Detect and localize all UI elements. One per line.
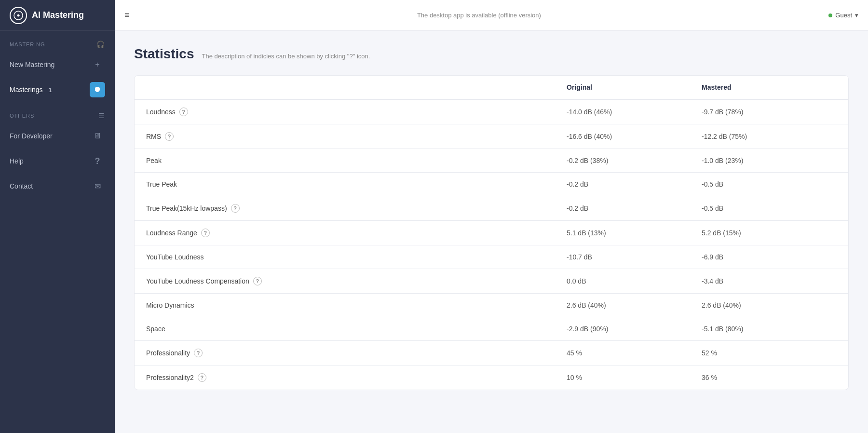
stats-rows-container: Loudness?-14.0 dB (46%)-9.7 dB (78%)RMS?… xyxy=(135,100,848,390)
dropdown-icon: ▾ xyxy=(855,12,858,19)
col-label-header xyxy=(146,83,567,91)
masterings-badge: 1 xyxy=(48,86,52,94)
mastering-section-icon[interactable]: 🎧 xyxy=(96,41,105,48)
table-row: True Peak-0.2 dB-0.5 dB xyxy=(135,173,848,196)
sidebar: AI Mastering MASTERING 🎧 New Mastering +… xyxy=(0,0,115,433)
stats-row-label: Loudness Range? xyxy=(146,229,567,237)
stats-original-value: 45 % xyxy=(567,349,702,357)
stats-original-value: 10 % xyxy=(567,374,702,381)
stats-row-label: Space xyxy=(146,325,567,333)
help-label: Help xyxy=(10,157,24,165)
guest-label: Guest xyxy=(835,12,852,19)
sidebar-item-masterings[interactable]: Masterings 1 xyxy=(0,77,115,102)
stats-original-value: -0.2 dB (38%) xyxy=(567,157,702,164)
content-area: Statistics The description of indicies c… xyxy=(115,31,868,433)
masterings-icon xyxy=(90,82,105,97)
table-row: Micro Dynamics2.6 dB (40%)2.6 dB (40%) xyxy=(135,294,848,317)
sidebar-item-new-mastering[interactable]: New Mastering + xyxy=(0,52,115,77)
masterings-label: Masterings xyxy=(10,86,42,94)
main-area: ≡ The desktop app is available (offline … xyxy=(115,0,868,433)
page-title: Statistics xyxy=(134,46,194,62)
stats-mastered-value: 36 % xyxy=(702,374,837,381)
stats-mastered-value: -0.5 dB xyxy=(702,180,837,188)
stats-row-label: Professionality2? xyxy=(146,373,567,382)
online-indicator xyxy=(828,14,832,17)
table-row: Loudness Range?5.1 dB (13%)5.2 dB (15%) xyxy=(135,221,848,245)
stats-mastered-value: 52 % xyxy=(702,349,837,357)
table-row: True Peak(15kHz lowpass)?-0.2 dB-0.5 dB xyxy=(135,196,848,221)
col-mastered-header: Mastered xyxy=(702,83,837,91)
stats-mastered-value: -12.2 dB (75%) xyxy=(702,133,837,140)
table-row: YouTube Loudness Compensation?0.0 dB-3.4… xyxy=(135,269,848,294)
stats-row-label: YouTube Loudness xyxy=(146,253,567,261)
stats-mastered-value: -3.4 dB xyxy=(702,277,837,285)
help-icon[interactable]: ? xyxy=(165,132,174,141)
stats-mastered-value: -1.0 dB (23%) xyxy=(702,157,837,164)
help-icon[interactable]: ? xyxy=(201,229,210,237)
stats-original-value: -0.2 dB xyxy=(567,180,702,188)
svg-point-1 xyxy=(95,89,97,91)
stats-table-header: Original Mastered xyxy=(135,76,848,100)
help-icon[interactable]: ? xyxy=(179,108,188,116)
sidebar-item-help[interactable]: Help ? xyxy=(0,149,115,174)
help-icon-sidebar: ? xyxy=(90,153,105,169)
stats-mastered-value: -5.1 dB (80%) xyxy=(702,325,837,333)
stats-row-label: True Peak xyxy=(146,180,567,188)
for-developer-icon: 🖥 xyxy=(90,128,105,144)
stats-row-label: Loudness? xyxy=(146,108,567,116)
stats-mastered-value: 2.6 dB (40%) xyxy=(702,301,837,309)
new-mastering-label: New Mastering xyxy=(10,61,54,68)
stats-original-value: -10.7 dB xyxy=(567,253,702,261)
help-icon[interactable]: ? xyxy=(231,204,240,213)
mastering-section-label: MASTERING 🎧 xyxy=(0,31,115,52)
logo-text: AI Mastering xyxy=(32,10,84,20)
stats-original-value: -16.6 dB (40%) xyxy=(567,133,702,140)
page-header: Statistics The description of indicies c… xyxy=(134,46,849,62)
stats-row-label: RMS? xyxy=(146,132,567,141)
stats-table: Original Mastered Loudness?-14.0 dB (46%… xyxy=(134,75,849,390)
stats-mastered-value: -6.9 dB xyxy=(702,253,837,261)
svg-point-2 xyxy=(98,89,100,91)
stats-row-label: YouTube Loudness Compensation? xyxy=(146,277,567,285)
logo-icon xyxy=(10,7,27,24)
topbar: ≡ The desktop app is available (offline … xyxy=(115,0,868,31)
contact-icon: ✉ xyxy=(90,178,105,194)
stats-row-label: Micro Dynamics xyxy=(146,301,567,309)
table-row: Loudness?-14.0 dB (46%)-9.7 dB (78%) xyxy=(135,100,848,124)
stats-mastered-value: -9.7 dB (78%) xyxy=(702,108,837,116)
topbar-user-menu[interactable]: Guest ▾ xyxy=(828,12,858,19)
contact-label: Contact xyxy=(10,182,33,190)
table-row: Professionality?45 %52 % xyxy=(135,341,848,365)
page-subtitle: The description of indicies can be shown… xyxy=(202,53,370,60)
stats-row-label: Professionality? xyxy=(146,349,567,357)
for-developer-label: For Developer xyxy=(10,132,53,140)
others-section-icon[interactable]: ☰ xyxy=(98,112,105,120)
stats-mastered-value: -0.5 dB xyxy=(702,204,837,212)
help-icon[interactable]: ? xyxy=(198,373,206,382)
table-row: Space-2.9 dB (90%)-5.1 dB (80%) xyxy=(135,317,848,341)
table-row: Professionality2?10 %36 % xyxy=(135,365,848,390)
sidebar-item-for-developer[interactable]: For Developer 🖥 xyxy=(0,123,115,149)
stats-original-value: 2.6 dB (40%) xyxy=(567,301,702,309)
stats-mastered-value: 5.2 dB (15%) xyxy=(702,229,837,237)
stats-original-value: 5.1 dB (13%) xyxy=(567,229,702,237)
table-row: YouTube Loudness-10.7 dB-6.9 dB xyxy=(135,245,848,269)
table-row: RMS?-16.6 dB (40%)-12.2 dB (75%) xyxy=(135,124,848,149)
stats-original-value: -2.9 dB (90%) xyxy=(567,325,702,333)
sidebar-item-contact[interactable]: Contact ✉ xyxy=(0,174,115,199)
stats-row-label: True Peak(15kHz lowpass)? xyxy=(146,204,567,213)
stats-original-value: 0.0 dB xyxy=(567,277,702,285)
topbar-center-text: The desktop app is available (offline ve… xyxy=(137,12,821,19)
table-row: Peak-0.2 dB (38%)-1.0 dB (23%) xyxy=(135,149,848,173)
help-icon[interactable]: ? xyxy=(253,277,262,285)
menu-icon[interactable]: ≡ xyxy=(124,10,130,20)
others-section-label: OTHERS ☰ xyxy=(0,102,115,123)
new-mastering-icon: + xyxy=(90,57,105,72)
stats-row-label: Peak xyxy=(146,157,567,164)
stats-original-value: -0.2 dB xyxy=(567,204,702,212)
col-original-header: Original xyxy=(567,83,702,91)
stats-original-value: -14.0 dB (46%) xyxy=(567,108,702,116)
help-icon[interactable]: ? xyxy=(194,349,203,357)
sidebar-logo: AI Mastering xyxy=(0,0,115,31)
